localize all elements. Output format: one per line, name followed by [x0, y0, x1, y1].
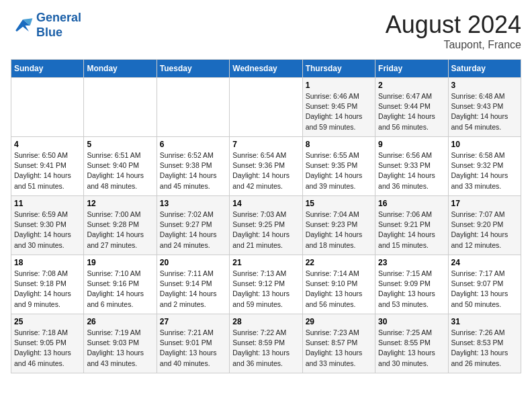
day-number: 4 — [14, 140, 81, 149]
day-info: Sunrise: 7:11 AMSunset: 9:14 PMDaylight:… — [160, 269, 226, 310]
calendar-cell: 3Sunrise: 6:48 AMSunset: 9:43 PMDaylight… — [448, 78, 521, 137]
day-number: 11 — [14, 199, 81, 208]
calendar-cell: 12Sunrise: 7:00 AMSunset: 9:28 PMDayligh… — [84, 196, 157, 255]
day-number: 13 — [160, 199, 226, 208]
day-info: Sunrise: 7:13 AMSunset: 9:12 PMDaylight:… — [232, 269, 299, 310]
location: Taupont, France — [386, 39, 521, 51]
day-info: Sunrise: 7:22 AMSunset: 8:59 PMDaylight:… — [232, 328, 299, 369]
day-info: Sunrise: 7:23 AMSunset: 8:57 PMDaylight:… — [306, 328, 372, 369]
day-number: 19 — [87, 258, 153, 267]
calendar-cell: 29Sunrise: 7:23 AMSunset: 8:57 PMDayligh… — [302, 314, 375, 373]
week-row-4: 18Sunrise: 7:08 AMSunset: 9:18 PMDayligh… — [11, 255, 521, 314]
day-info: Sunrise: 6:52 AMSunset: 9:38 PMDaylight:… — [160, 150, 226, 191]
day-info: Sunrise: 7:10 AMSunset: 9:16 PMDaylight:… — [87, 269, 153, 310]
day-info: Sunrise: 7:02 AMSunset: 9:27 PMDaylight:… — [160, 210, 226, 250]
weekday-header-tuesday: Tuesday — [157, 60, 229, 78]
day-info: Sunrise: 6:48 AMSunset: 9:43 PMDaylight:… — [451, 91, 518, 132]
calendar-cell: 11Sunrise: 6:59 AMSunset: 9:30 PMDayligh… — [11, 196, 84, 255]
day-number: 28 — [232, 317, 299, 326]
day-info: Sunrise: 7:21 AMSunset: 9:01 PMDaylight:… — [160, 328, 226, 369]
calendar-cell: 5Sunrise: 6:51 AMSunset: 9:40 PMDaylight… — [84, 137, 157, 196]
calendar-cell: 21Sunrise: 7:13 AMSunset: 9:12 PMDayligh… — [230, 255, 302, 314]
day-number: 17 — [451, 199, 518, 208]
day-info: Sunrise: 7:07 AMSunset: 9:20 PMDaylight:… — [451, 210, 518, 250]
day-number: 23 — [378, 258, 445, 267]
calendar-cell: 18Sunrise: 7:08 AMSunset: 9:18 PMDayligh… — [11, 255, 84, 314]
page-header: General Blue August 2024 Taupont, France — [11, 11, 521, 51]
day-number: 15 — [306, 199, 372, 208]
calendar-cell: 1Sunrise: 6:46 AMSunset: 9:45 PMDaylight… — [302, 78, 375, 137]
day-number: 31 — [451, 317, 518, 326]
day-info: Sunrise: 7:17 AMSunset: 9:07 PMDaylight:… — [451, 269, 518, 310]
day-number: 12 — [87, 199, 153, 208]
day-number: 7 — [232, 140, 299, 149]
calendar-cell — [11, 78, 84, 137]
day-info: Sunrise: 6:58 AMSunset: 9:32 PMDaylight:… — [451, 150, 518, 191]
month-title: August 2024 — [386, 11, 521, 39]
weekday-header-sunday: Sunday — [11, 60, 84, 78]
day-info: Sunrise: 7:00 AMSunset: 9:28 PMDaylight:… — [87, 210, 153, 250]
day-number: 21 — [232, 258, 299, 267]
calendar-cell: 22Sunrise: 7:14 AMSunset: 9:10 PMDayligh… — [302, 255, 375, 314]
day-number: 6 — [160, 140, 226, 149]
day-info: Sunrise: 6:56 AMSunset: 9:33 PMDaylight:… — [378, 150, 445, 191]
week-row-1: 1Sunrise: 6:46 AMSunset: 9:45 PMDaylight… — [11, 78, 521, 137]
calendar-cell: 7Sunrise: 6:54 AMSunset: 9:36 PMDaylight… — [230, 137, 302, 196]
logo-text: General Blue — [36, 11, 81, 40]
logo: General Blue — [11, 11, 81, 40]
calendar-cell: 25Sunrise: 7:18 AMSunset: 9:05 PMDayligh… — [11, 314, 84, 373]
calendar-cell — [84, 78, 157, 137]
day-number: 8 — [306, 140, 372, 149]
calendar-cell: 26Sunrise: 7:19 AMSunset: 9:03 PMDayligh… — [84, 314, 157, 373]
day-info: Sunrise: 6:46 AMSunset: 9:45 PMDaylight:… — [306, 91, 372, 132]
day-number: 18 — [14, 258, 81, 267]
day-info: Sunrise: 7:25 AMSunset: 8:55 PMDaylight:… — [378, 328, 445, 369]
day-info: Sunrise: 6:55 AMSunset: 9:35 PMDaylight:… — [306, 150, 372, 191]
day-info: Sunrise: 6:54 AMSunset: 9:36 PMDaylight:… — [232, 150, 299, 191]
weekday-header-monday: Monday — [84, 60, 157, 78]
day-number: 24 — [451, 258, 518, 267]
day-number: 16 — [378, 199, 445, 208]
week-row-2: 4Sunrise: 6:50 AMSunset: 9:41 PMDaylight… — [11, 137, 521, 196]
weekday-header-wednesday: Wednesday — [230, 60, 302, 78]
calendar-cell: 20Sunrise: 7:11 AMSunset: 9:14 PMDayligh… — [157, 255, 229, 314]
calendar-cell: 2Sunrise: 6:47 AMSunset: 9:44 PMDaylight… — [375, 78, 448, 137]
title-block: August 2024 Taupont, France — [386, 11, 521, 51]
calendar-cell: 15Sunrise: 7:04 AMSunset: 9:23 PMDayligh… — [302, 196, 375, 255]
logo-icon — [11, 13, 35, 38]
calendar-cell: 10Sunrise: 6:58 AMSunset: 9:32 PMDayligh… — [448, 137, 521, 196]
day-number: 29 — [306, 317, 372, 326]
calendar-cell: 30Sunrise: 7:25 AMSunset: 8:55 PMDayligh… — [375, 314, 448, 373]
calendar-cell — [157, 78, 229, 137]
calendar-cell: 24Sunrise: 7:17 AMSunset: 9:07 PMDayligh… — [448, 255, 521, 314]
calendar-cell: 27Sunrise: 7:21 AMSunset: 9:01 PMDayligh… — [157, 314, 229, 373]
day-info: Sunrise: 6:51 AMSunset: 9:40 PMDaylight:… — [87, 150, 153, 191]
day-info: Sunrise: 6:59 AMSunset: 9:30 PMDaylight:… — [14, 210, 81, 250]
calendar-cell: 17Sunrise: 7:07 AMSunset: 9:20 PMDayligh… — [448, 196, 521, 255]
calendar-cell: 16Sunrise: 7:06 AMSunset: 9:21 PMDayligh… — [375, 196, 448, 255]
calendar-cell: 31Sunrise: 7:26 AMSunset: 8:53 PMDayligh… — [448, 314, 521, 373]
day-number: 14 — [232, 199, 299, 208]
calendar-cell: 19Sunrise: 7:10 AMSunset: 9:16 PMDayligh… — [84, 255, 157, 314]
day-info: Sunrise: 7:08 AMSunset: 9:18 PMDaylight:… — [14, 269, 81, 310]
day-info: Sunrise: 6:50 AMSunset: 9:41 PMDaylight:… — [14, 150, 81, 191]
day-number: 2 — [378, 81, 445, 90]
day-info: Sunrise: 7:14 AMSunset: 9:10 PMDaylight:… — [306, 269, 372, 310]
calendar-cell: 8Sunrise: 6:55 AMSunset: 9:35 PMDaylight… — [302, 137, 375, 196]
calendar-table: SundayMondayTuesdayWednesdayThursdayFrid… — [11, 59, 521, 373]
day-info: Sunrise: 7:15 AMSunset: 9:09 PMDaylight:… — [378, 269, 445, 310]
day-number: 9 — [378, 140, 445, 149]
day-number: 5 — [87, 140, 153, 149]
calendar-cell: 28Sunrise: 7:22 AMSunset: 8:59 PMDayligh… — [230, 314, 302, 373]
week-row-5: 25Sunrise: 7:18 AMSunset: 9:05 PMDayligh… — [11, 314, 521, 373]
day-info: Sunrise: 7:03 AMSunset: 9:25 PMDaylight:… — [232, 210, 299, 250]
day-info: Sunrise: 7:06 AMSunset: 9:21 PMDaylight:… — [378, 210, 445, 250]
weekday-header-thursday: Thursday — [302, 60, 375, 78]
day-info: Sunrise: 7:04 AMSunset: 9:23 PMDaylight:… — [306, 210, 372, 250]
day-info: Sunrise: 6:47 AMSunset: 9:44 PMDaylight:… — [378, 91, 445, 132]
weekday-header-row: SundayMondayTuesdayWednesdayThursdayFrid… — [11, 60, 521, 78]
weekday-header-saturday: Saturday — [448, 60, 521, 78]
day-number: 20 — [160, 258, 226, 267]
day-number: 30 — [378, 317, 445, 326]
day-number: 10 — [451, 140, 518, 149]
